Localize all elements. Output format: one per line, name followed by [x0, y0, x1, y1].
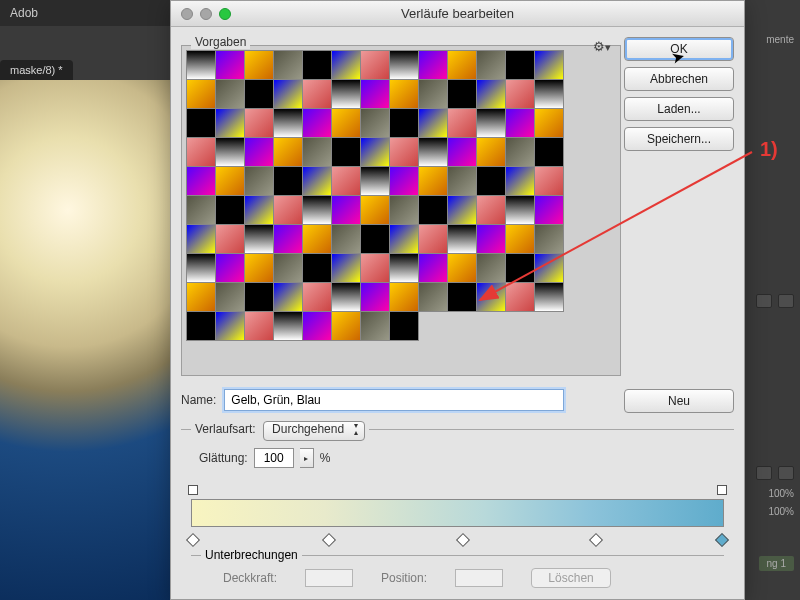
preset-swatch[interactable]: [186, 108, 216, 138]
preset-swatch[interactable]: [186, 79, 216, 109]
preset-swatch[interactable]: [360, 253, 390, 283]
preset-swatch[interactable]: [302, 253, 332, 283]
preset-swatch[interactable]: [186, 311, 216, 341]
layer-tag[interactable]: ng 1: [759, 556, 794, 571]
preset-swatch[interactable]: [476, 108, 506, 138]
preset-swatch[interactable]: [418, 108, 448, 138]
gear-icon[interactable]: ⚙︎▾: [593, 39, 611, 54]
preset-swatch[interactable]: [331, 166, 361, 196]
preset-swatch[interactable]: [244, 50, 274, 80]
eye-icon[interactable]: [778, 294, 794, 308]
preset-swatch[interactable]: [389, 137, 419, 167]
preset-swatch[interactable]: [331, 195, 361, 225]
preset-swatch[interactable]: [186, 137, 216, 167]
preset-swatch[interactable]: [302, 50, 332, 80]
color-stop[interactable]: [186, 533, 200, 547]
preset-swatch[interactable]: [418, 79, 448, 109]
preset-swatch[interactable]: [273, 282, 303, 312]
preset-swatch[interactable]: [389, 282, 419, 312]
preset-swatch[interactable]: [447, 282, 477, 312]
preset-swatch[interactable]: [215, 108, 245, 138]
preset-swatch[interactable]: [447, 166, 477, 196]
preset-swatch[interactable]: [389, 253, 419, 283]
preset-swatch[interactable]: [534, 253, 564, 283]
preset-swatch[interactable]: [389, 50, 419, 80]
new-button[interactable]: Neu: [624, 389, 734, 413]
preset-swatch[interactable]: [534, 50, 564, 80]
color-stop[interactable]: [589, 533, 603, 547]
preset-grid[interactable]: [186, 50, 616, 371]
preset-swatch[interactable]: [244, 253, 274, 283]
preset-swatch[interactable]: [389, 166, 419, 196]
preset-swatch[interactable]: [273, 166, 303, 196]
preset-swatch[interactable]: [244, 137, 274, 167]
preset-swatch[interactable]: [360, 108, 390, 138]
type-select[interactable]: Durchgehend: [263, 421, 365, 441]
color-stop[interactable]: [455, 533, 469, 547]
cancel-button[interactable]: Abbrechen: [624, 67, 734, 91]
preset-swatch[interactable]: [360, 79, 390, 109]
preset-swatch[interactable]: [215, 311, 245, 341]
preset-swatch[interactable]: [186, 50, 216, 80]
preset-swatch[interactable]: [360, 166, 390, 196]
preset-swatch[interactable]: [447, 79, 477, 109]
preset-swatch[interactable]: [476, 282, 506, 312]
preset-swatch[interactable]: [418, 282, 448, 312]
preset-swatch[interactable]: [302, 224, 332, 254]
preset-swatch[interactable]: [505, 253, 535, 283]
preset-swatch[interactable]: [505, 166, 535, 196]
preset-swatch[interactable]: [215, 79, 245, 109]
preset-swatch[interactable]: [418, 50, 448, 80]
preset-swatch[interactable]: [476, 195, 506, 225]
preset-swatch[interactable]: [215, 282, 245, 312]
preset-swatch[interactable]: [186, 253, 216, 283]
preset-swatch[interactable]: [505, 50, 535, 80]
preset-swatch[interactable]: [534, 195, 564, 225]
document-tab[interactable]: maske/8) *: [0, 60, 73, 80]
preset-swatch[interactable]: [186, 195, 216, 225]
preset-swatch[interactable]: [360, 224, 390, 254]
preset-swatch[interactable]: [476, 137, 506, 167]
preset-swatch[interactable]: [534, 79, 564, 109]
preset-swatch[interactable]: [447, 137, 477, 167]
preset-swatch[interactable]: [418, 253, 448, 283]
preset-swatch[interactable]: [186, 166, 216, 196]
preset-swatch[interactable]: [505, 195, 535, 225]
preset-swatch[interactable]: [505, 108, 535, 138]
preset-swatch[interactable]: [302, 311, 332, 341]
preset-swatch[interactable]: [186, 224, 216, 254]
preset-swatch[interactable]: [244, 79, 274, 109]
preset-swatch[interactable]: [447, 195, 477, 225]
smooth-input[interactable]: [254, 448, 294, 468]
preset-swatch[interactable]: [244, 108, 274, 138]
preset-swatch[interactable]: [302, 282, 332, 312]
preset-swatch[interactable]: [447, 50, 477, 80]
preset-swatch[interactable]: [244, 224, 274, 254]
panel-icon[interactable]: [778, 466, 794, 480]
preset-swatch[interactable]: [447, 224, 477, 254]
preset-swatch[interactable]: [389, 311, 419, 341]
undo-icon[interactable]: [756, 294, 772, 308]
preset-swatch[interactable]: [389, 224, 419, 254]
preset-swatch[interactable]: [273, 79, 303, 109]
preset-swatch[interactable]: [215, 224, 245, 254]
save-button[interactable]: Speichern...: [624, 127, 734, 151]
preset-swatch[interactable]: [447, 108, 477, 138]
preset-swatch[interactable]: [476, 166, 506, 196]
preset-swatch[interactable]: [534, 166, 564, 196]
dialog-titlebar[interactable]: Verläufe bearbeiten: [171, 1, 744, 27]
gradient-bar[interactable]: [191, 499, 724, 527]
preset-swatch[interactable]: [273, 137, 303, 167]
preset-swatch[interactable]: [360, 137, 390, 167]
preset-swatch[interactable]: [331, 224, 361, 254]
preset-swatch[interactable]: [215, 137, 245, 167]
name-input[interactable]: [224, 389, 564, 411]
preset-swatch[interactable]: [389, 195, 419, 225]
preset-swatch[interactable]: [331, 137, 361, 167]
preset-swatch[interactable]: [418, 137, 448, 167]
preset-swatch[interactable]: [244, 282, 274, 312]
preset-swatch[interactable]: [186, 282, 216, 312]
preset-swatch[interactable]: [534, 224, 564, 254]
preset-swatch[interactable]: [360, 50, 390, 80]
preset-swatch[interactable]: [273, 253, 303, 283]
